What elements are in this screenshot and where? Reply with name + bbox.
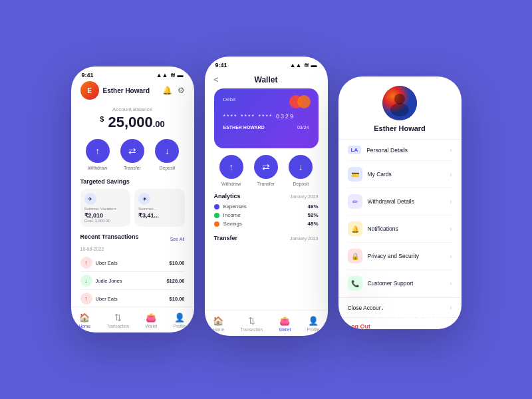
wallet-actions: ↑ Withdraw ⇄ Transfer ↓ Deposit xyxy=(205,155,328,186)
profile-section: Esther Howard xyxy=(338,76,462,140)
time-middle: 9:41 xyxy=(215,62,227,68)
savings-cards: ✈ Summer Vacation ₹2,010 Goal: 3,000.00 … xyxy=(80,189,185,227)
status-icons-left: ▲▲ ≋ ▬ xyxy=(156,72,184,78)
withdraw-label: Withdraw xyxy=(88,166,107,170)
savings-percent: 48% xyxy=(307,221,318,227)
analytics-date: January 2023 xyxy=(290,194,318,199)
bottom-nav-middle: 🏠 Home ⇅ Transaction 👛 Wallet 👤 Profile xyxy=(205,310,328,336)
trans-name-3: Uber Eats xyxy=(96,296,118,302)
bell-icon[interactable]: 🔔 xyxy=(162,86,172,95)
menu-privacy[interactable]: 🔒 Privacy and Security › xyxy=(348,243,452,270)
status-bar-left: 9:41 ▲▲ ≋ ▬ xyxy=(71,66,194,81)
savings-dot xyxy=(214,221,219,227)
trans-icon-3: ↑ xyxy=(80,293,92,305)
phone-right: Esther Howard LA Personal Details › 💳 My… xyxy=(338,76,462,329)
phone-left: 9:41 ▲▲ ≋ ▬ E Esther Howard 🔔 ⚙ xyxy=(71,66,194,332)
action-buttons-left: ↑ Withdraw ⇄ Transfer ↓ Deposit xyxy=(80,139,185,170)
withdraw-btn-m[interactable]: ↑ Withdraw xyxy=(219,155,243,186)
home-icon-left: 🏠 xyxy=(79,313,90,323)
support-icon-box: 📞 xyxy=(348,276,362,291)
nav-transaction-left[interactable]: ⇅ Transaction xyxy=(106,313,129,329)
nav-wallet-middle[interactable]: 👛 Wallet xyxy=(279,316,291,332)
savings-card-1[interactable]: ✈ Summer Vacation ₹2,010 Goal: 3,000.00 xyxy=(80,189,131,227)
deposit-btn-m[interactable]: ↓ Deposit xyxy=(289,155,313,186)
wallet-header: < Wallet xyxy=(205,71,328,88)
debit-card: Debit **** **** **** 0329 ESTHER HOWARD … xyxy=(214,88,319,148)
nav-profile-middle[interactable]: 👤 Profile xyxy=(307,316,319,332)
transaction-icon-left: ⇅ xyxy=(114,313,122,323)
trans-icon-2: ↓ xyxy=(80,275,92,287)
savings-card-title-2: Summer... xyxy=(138,207,181,211)
brand-logo-icon xyxy=(373,305,392,324)
menu-text-privacy: Privacy and Security xyxy=(368,253,419,259)
deposit-label: Deposit xyxy=(159,166,175,170)
nav-wallet-left[interactable]: 👛 Wallet xyxy=(146,313,158,329)
mc-orange-circle xyxy=(297,95,311,108)
analytics-section: Analytics January 2023 Expenses 46% Inco… xyxy=(205,193,328,229)
svg-point-2 xyxy=(390,103,409,116)
withdrawal-icon-box: ✏ xyxy=(348,194,362,209)
card-holder: ESTHER HOWARD xyxy=(223,125,265,130)
wallet-icon-middle: 👛 xyxy=(279,316,290,326)
menu-support[interactable]: 📞 Customer Support › xyxy=(348,270,452,297)
profile-label-middle: Profile xyxy=(307,327,319,332)
arrow-notif: › xyxy=(450,225,452,233)
card-number: **** **** **** 0329 xyxy=(223,113,309,120)
status-icons-middle: ▲▲ ≋ ▬ xyxy=(290,62,317,68)
savings-icon-2: ☀ xyxy=(138,193,150,205)
transfer-label: Transfer xyxy=(124,166,141,170)
back-arrow[interactable]: < xyxy=(214,75,219,84)
status-bar-middle: 9:41 ▲▲ ≋ ▬ xyxy=(205,57,328,71)
transfer-btn-m[interactable]: ⇄ Transfer xyxy=(254,155,278,186)
transfer-label-m: Transfer xyxy=(257,182,275,186)
nav-home-middle[interactable]: 🏠 Home xyxy=(213,316,224,332)
brand-name-text: AppStudio xyxy=(396,309,450,321)
deposit-circle-m: ↓ xyxy=(289,155,313,179)
see-all-link[interactable]: See All xyxy=(170,237,185,241)
transfer-header: Transfer January 2023 xyxy=(214,235,319,241)
menu-notifications[interactable]: 🔔 Notifications › xyxy=(348,215,452,243)
menu-support-left: 📞 Customer Support xyxy=(348,276,414,291)
savings-card-title-1: Summer Vacation xyxy=(84,207,127,211)
battery-icon: ▬ xyxy=(178,72,184,78)
nav-transaction-middle[interactable]: ⇅ Transaction xyxy=(240,316,263,332)
trans-amount-3: $10.00 xyxy=(170,296,185,302)
arrow-withdrawal: › xyxy=(450,198,452,205)
wallet-label-middle: Wallet xyxy=(279,327,291,332)
menu-text-support: Customer Support xyxy=(368,280,414,287)
settings-icon[interactable]: ⚙ xyxy=(178,86,185,95)
expenses-dot xyxy=(214,204,219,209)
profile-name: Esther Howard xyxy=(374,124,426,132)
menu-my-cards[interactable]: 💳 My Cards › xyxy=(348,161,452,188)
expenses-percent: 46% xyxy=(307,203,318,209)
withdraw-btn[interactable]: ↑ Withdraw xyxy=(86,139,110,170)
transfer-btn[interactable]: ⇄ Transfer xyxy=(120,139,144,170)
signal-icon-m: ▲▲ xyxy=(290,62,302,68)
transfer-circle-m: ⇄ xyxy=(254,155,278,179)
arrow-privacy: › xyxy=(450,253,452,260)
menu-text-notif: Notifications xyxy=(368,225,398,232)
transfer-title: Transfer xyxy=(214,235,238,241)
savings-card-2[interactable]: ☀ Summer... ₹3,41... xyxy=(134,189,185,227)
nav-home-left[interactable]: 🏠 Home xyxy=(79,313,90,329)
transaction-3: ↑ Uber Eats $10.00 xyxy=(80,290,185,307)
withdraw-circle: ↑ xyxy=(86,139,110,163)
savings-title: Targeted Savings xyxy=(80,178,185,185)
profile-icon-middle: 👤 xyxy=(308,316,319,326)
user-info: E Esther Howard xyxy=(80,81,150,100)
transfer-section: Transfer January 2023 xyxy=(205,235,328,241)
menu-withdrawal[interactable]: ✏ Withdrawal Details › xyxy=(348,188,452,215)
phones-container: 9:41 ▲▲ ≋ ▬ E Esther Howard 🔔 ⚙ xyxy=(71,63,462,336)
balance-amount: $ 25,000.00 xyxy=(80,114,185,131)
menu-withdrawal-left: ✏ Withdrawal Details xyxy=(348,194,414,209)
signal-icon: ▲▲ xyxy=(156,72,168,78)
privacy-icon-box: 🔒 xyxy=(348,249,362,263)
analytics-title: Analytics xyxy=(214,193,241,200)
menu-personal-details[interactable]: LA Personal Details › xyxy=(348,140,452,161)
nav-profile-left[interactable]: 👤 Profile xyxy=(174,313,186,329)
deposit-btn[interactable]: ↓ Deposit xyxy=(155,139,179,170)
mastercard-logo xyxy=(289,95,311,108)
analytics-header: Analytics January 2023 xyxy=(214,193,319,200)
analytics-expenses: Expenses 46% xyxy=(214,203,319,209)
currency-symbol: $ xyxy=(100,115,104,123)
